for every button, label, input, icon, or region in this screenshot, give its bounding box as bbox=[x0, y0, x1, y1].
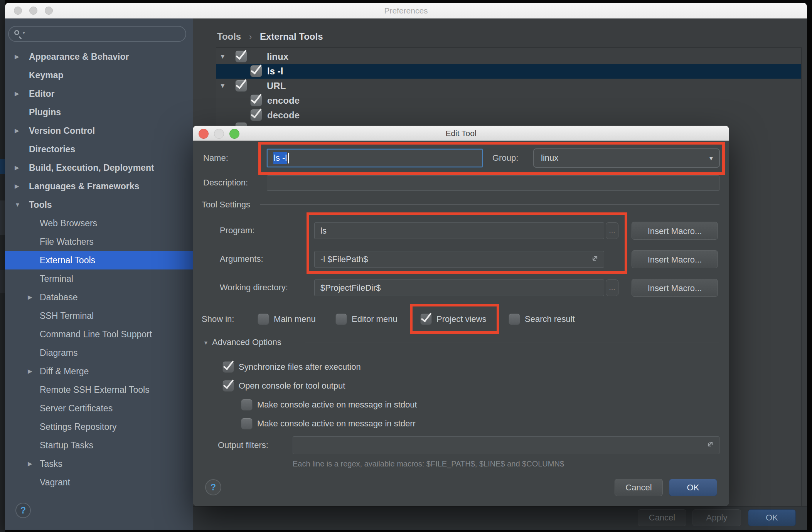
sidebar-item-file-watchers[interactable]: File Watchers bbox=[5, 232, 193, 251]
search-result-label[interactable]: Search result bbox=[525, 310, 575, 328]
breadcrumb-separator-icon: › bbox=[249, 32, 252, 42]
help-button[interactable]: ? bbox=[15, 503, 31, 518]
collapse-arrow-icon[interactable]: ▼ bbox=[203, 340, 209, 346]
advanced-options-label[interactable]: Advanced Options bbox=[212, 336, 281, 348]
output-filters-input[interactable] bbox=[293, 436, 719, 454]
chevron-down-icon[interactable]: ▼ bbox=[219, 79, 226, 93]
checkbox-open-console[interactable] bbox=[222, 380, 234, 392]
checkbox-editor-menu[interactable] bbox=[335, 313, 347, 325]
chevron-right-icon[interactable]: ▶ bbox=[28, 362, 32, 380]
sidebar-item-diagrams[interactable]: Diagrams bbox=[5, 343, 193, 362]
program-browse-button[interactable]: … bbox=[606, 222, 618, 239]
sidebar-item-settings-repository[interactable]: Settings Repository bbox=[5, 418, 193, 436]
sidebar-item-tasks[interactable]: ▶Tasks bbox=[5, 455, 193, 473]
program-insert-macro-button[interactable]: Insert Macro... bbox=[632, 222, 718, 240]
working-directory-browse-button[interactable]: … bbox=[606, 279, 618, 296]
sidebar-item-terminal[interactable]: Terminal bbox=[5, 269, 193, 288]
chevron-right-icon[interactable]: ▶ bbox=[15, 47, 19, 66]
group-label: Group: bbox=[492, 149, 518, 167]
group-select[interactable]: linux ▼ bbox=[533, 148, 720, 168]
preferences-titlebar: Preferences bbox=[5, 3, 807, 19]
chevron-right-icon[interactable]: ▶ bbox=[15, 158, 19, 177]
sidebar-item-plugins[interactable]: Plugins bbox=[5, 103, 193, 121]
console-stderr-label[interactable]: Make console active on message in stderr bbox=[257, 414, 416, 433]
checkbox-decode[interactable] bbox=[250, 109, 262, 121]
checkbox-synchronize-files[interactable] bbox=[222, 361, 234, 373]
sidebar-item-diff-merge[interactable]: ▶Diff & Merge bbox=[5, 362, 193, 380]
sidebar-item-external-tools[interactable]: External Tools bbox=[5, 251, 193, 269]
dialog-title: Edit Tool bbox=[193, 126, 729, 141]
sidebar-item-ssh-terminal[interactable]: SSH Terminal bbox=[5, 306, 193, 325]
background-window-strip bbox=[0, 0, 5, 532]
checkbox-console-stderr[interactable] bbox=[241, 418, 253, 429]
arguments-insert-macro-button[interactable]: Insert Macro... bbox=[632, 250, 718, 268]
sidebar-item-directories[interactable]: Directories bbox=[5, 140, 193, 158]
tree-row-ls-l[interactable]: ls -l bbox=[216, 64, 801, 79]
dialog-titlebar: Edit Tool bbox=[193, 126, 729, 141]
sidebar-item-build-execution-deployment[interactable]: ▶Build, Execution, Deployment bbox=[5, 158, 193, 177]
name-input[interactable]: ls -l bbox=[267, 149, 483, 167]
synchronize-files-label[interactable]: Synchronize files after execution bbox=[239, 358, 361, 376]
sidebar-item-web-browsers[interactable]: Web Browsers bbox=[5, 214, 193, 232]
breadcrumb-tools[interactable]: Tools bbox=[217, 31, 241, 42]
chevron-down-icon[interactable]: ▼ bbox=[15, 195, 20, 214]
cancel-button[interactable]: Cancel bbox=[638, 509, 686, 526]
expand-field-icon[interactable] bbox=[590, 253, 600, 266]
sidebar-item-command-line-tool-support[interactable]: Command Line Tool Support bbox=[5, 325, 193, 343]
checkbox-url[interactable] bbox=[235, 80, 247, 92]
settings-sidebar: ▾ ▶Appearance & Behavior Keymap ▶Editor … bbox=[5, 19, 193, 530]
search-options-chevron-icon[interactable]: ▾ bbox=[23, 30, 25, 35]
sidebar-item-startup-tasks[interactable]: Startup Tasks bbox=[5, 436, 193, 455]
window-title: Preferences bbox=[5, 3, 807, 19]
chevron-right-icon[interactable]: ▶ bbox=[28, 288, 32, 306]
sidebar-item-vagrant[interactable]: Vagrant bbox=[5, 473, 193, 492]
tree-row-url[interactable]: ▼ URL bbox=[216, 79, 801, 93]
checkbox-main-menu[interactable] bbox=[258, 313, 269, 325]
sidebar-item-remote-ssh-external-tools[interactable]: Remote SSH External Tools bbox=[5, 380, 193, 399]
sidebar-item-database[interactable]: ▶Database bbox=[5, 288, 193, 306]
sidebar-item-tools[interactable]: ▼Tools bbox=[5, 195, 193, 214]
expand-field-icon[interactable] bbox=[705, 439, 715, 451]
checkbox-search-result[interactable] bbox=[509, 313, 520, 325]
open-console-label[interactable]: Open console for tool output bbox=[239, 377, 345, 395]
sidebar-item-keymap[interactable]: Keymap bbox=[5, 66, 193, 84]
chevron-right-icon[interactable]: ▶ bbox=[15, 84, 19, 103]
checkbox-linux[interactable] bbox=[235, 51, 247, 62]
sidebar-item-languages-frameworks[interactable]: ▶Languages & Frameworks bbox=[5, 177, 193, 195]
breadcrumb-external-tools: External Tools bbox=[260, 31, 323, 42]
sidebar-item-appearance-behavior[interactable]: ▶Appearance & Behavior bbox=[5, 47, 193, 66]
main-menu-label[interactable]: Main menu bbox=[274, 310, 316, 328]
checkbox-encode[interactable] bbox=[250, 94, 262, 106]
editor-menu-label[interactable]: Editor menu bbox=[352, 310, 398, 328]
sidebar-item-server-certificates[interactable]: Server Certificates bbox=[5, 399, 193, 418]
checkbox-ls-l[interactable] bbox=[250, 65, 262, 77]
search-input[interactable]: ▾ bbox=[8, 26, 186, 42]
chevron-right-icon[interactable]: ▶ bbox=[15, 177, 19, 195]
ok-button[interactable]: OK bbox=[748, 509, 796, 526]
edit-tool-dialog: Edit Tool Name: ls -l Group: linux ▼ Des… bbox=[193, 126, 729, 506]
group-value: linux bbox=[541, 149, 558, 167]
checkbox-console-stdout[interactable] bbox=[241, 399, 253, 411]
sidebar-item-version-control[interactable]: ▶Version Control bbox=[5, 121, 193, 140]
description-input[interactable] bbox=[267, 175, 719, 191]
console-stdout-label[interactable]: Make console active on message in stdout bbox=[257, 396, 417, 414]
arguments-input[interactable]: -l $FilePath$ bbox=[314, 251, 604, 268]
chevron-right-icon[interactable]: ▶ bbox=[15, 121, 19, 140]
program-input[interactable]: ls bbox=[314, 222, 604, 239]
tree-row-decode[interactable]: decode bbox=[216, 108, 801, 123]
dialog-ok-button[interactable]: OK bbox=[669, 479, 717, 496]
tree-row-linux[interactable]: ▼ linux bbox=[216, 49, 801, 64]
checkbox-project-views[interactable] bbox=[420, 313, 432, 325]
working-directory-insert-macro-button[interactable]: Insert Macro... bbox=[632, 279, 718, 297]
project-views-label[interactable]: Project views bbox=[436, 310, 487, 328]
tree-row-encode[interactable]: encode bbox=[216, 93, 801, 108]
dialog-help-button[interactable]: ? bbox=[205, 479, 221, 495]
chevron-right-icon[interactable]: ▶ bbox=[28, 455, 32, 473]
dropdown-arrow-icon[interactable]: ▼ bbox=[703, 149, 719, 167]
working-directory-input[interactable]: $ProjectFileDir$ bbox=[314, 279, 604, 296]
output-filters-hint: Each line is a regex, available macros: … bbox=[293, 457, 564, 471]
chevron-down-icon[interactable]: ▼ bbox=[219, 49, 226, 64]
dialog-cancel-button[interactable]: Cancel bbox=[615, 479, 663, 496]
sidebar-item-editor[interactable]: ▶Editor bbox=[5, 84, 193, 103]
apply-button[interactable]: Apply bbox=[692, 509, 741, 526]
